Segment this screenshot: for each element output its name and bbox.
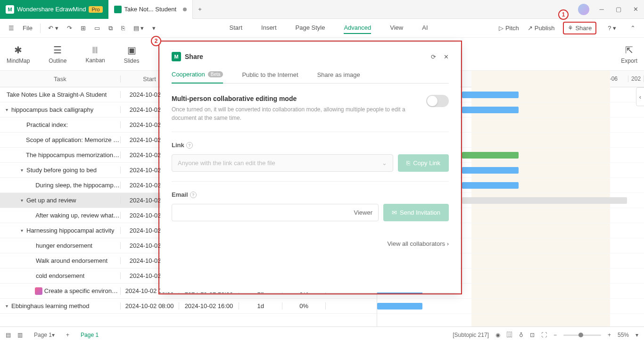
tool-1-icon[interactable]: ⊞ [78,23,89,33]
task-label: Practical index: [26,121,68,128]
page-tab-1[interactable]: Page 1 [76,330,103,340]
help-icon[interactable]: ? [190,192,197,198]
expand-chevron-icon[interactable]: ▾ [21,167,26,173]
tab-page-style[interactable]: Page Style [296,22,325,34]
export-icon: ⇱ [625,44,633,56]
zoom-in-button[interactable]: + [608,332,611,338]
close-modal-button[interactable]: ✕ [444,53,449,60]
new-tab-button[interactable]: + [193,0,207,19]
link-input[interactable]: Anyone with the link can edit the file ⌄ [172,154,393,172]
file-menu[interactable]: File [20,23,35,33]
close-button[interactable]: ✕ [627,2,644,17]
status-bar: ▤ ▥ Page 1 ▾ + Page 1 [Subtopic 217] ◉ ⿲… [0,326,644,343]
tool-4-icon[interactable]: ⎘ [118,23,128,33]
tab-advanced[interactable]: Advanced [344,22,371,34]
minimize-button[interactable]: ─ [593,2,610,17]
expand-chevron-icon[interactable]: ▾ [21,228,26,233]
gantt-bar[interactable] [462,182,519,189]
gantt-bar[interactable] [462,197,627,204]
task-label: The hippocampus memorization me... [26,151,120,159]
refresh-icon[interactable]: ⟳ [431,53,436,60]
subtopic-status: [Subtopic 217] [453,332,489,338]
share-button[interactable]: ⚘ Share [563,22,596,34]
zoom-dropdown[interactable]: ▾ [636,332,638,338]
sb-view-5-icon[interactable]: ⛶ [541,332,547,338]
collab-toggle[interactable] [426,95,449,107]
task-label: cold endorsement [36,272,84,279]
view-all-collaborators[interactable]: View all collaborators › [172,240,449,247]
tool-6-icon[interactable]: ▾ [149,23,158,33]
zoom-slider[interactable] [563,335,601,336]
collapse-gantt-button[interactable]: ‹ [636,87,644,106]
tab-cooperation[interactable]: Cooperation Beta [172,71,223,84]
task-end: 2024-10-02 16:00 [179,302,239,310]
gantt-bar[interactable] [462,107,519,113]
document-tab[interactable]: Take Not... Student [108,0,193,19]
gantt-bar[interactable] [377,303,422,310]
sb-view-4-icon[interactable]: ⊡ [530,332,535,338]
tool-2-icon[interactable]: ▭ [91,23,103,33]
tab-insert[interactable]: Insert [261,22,277,34]
sb-icon-2[interactable]: ▥ [17,332,23,338]
email-label: Email ? [172,191,449,198]
tool-3-icon[interactable]: ⧉ [106,23,116,34]
maximize-button[interactable]: ▢ [610,2,627,17]
redo-button[interactable]: ↷ [64,23,75,33]
export-button[interactable]: ⇱Export [621,44,637,64]
callout-1: 1 [558,9,569,20]
task-label: Ebbinghaus learning method [11,302,90,310]
gantt-bar[interactable] [462,92,519,98]
send-invitation-button[interactable]: ✉ Send Invitation [383,204,449,221]
tab-share-image[interactable]: Share as image [317,71,360,83]
gantt-bar[interactable] [462,152,519,159]
collapse-ribbon-icon[interactable]: ⌃ [627,23,638,33]
expand-chevron-icon[interactable]: ▾ [21,198,26,203]
task-label: hippocampus back calligraphy [11,106,93,113]
task-label: hunger endorsement [36,242,92,249]
tab-start[interactable]: Start [230,22,242,34]
zoom-out-button[interactable]: − [553,332,557,338]
slides-icon: ▣ [127,44,136,56]
outline-view-button[interactable]: ☰Outline [49,44,66,64]
task-duration: 1d [239,302,282,310]
outline-icon: ☰ [53,44,62,56]
gantt-date: 202 [628,75,644,82]
zoom-level: 55% [618,332,629,338]
email-input[interactable]: Viewer [172,204,379,221]
chevron-down-icon[interactable]: ⌄ [382,159,387,167]
mindmap-view-button[interactable]: ✱MindMap [7,44,30,64]
task-label: After waking up, review what yo... [35,212,120,219]
copy-link-button[interactable]: ⎘ Copy Link [398,154,449,172]
main-toolbar: ☰ File ↶ ▾ ↷ ⊞ ▭ ⧉ ⎘ ▤ ▾ ▾ Start Insert … [0,19,644,38]
expand-chevron-icon[interactable]: ▾ [6,107,11,112]
tab-view[interactable]: View [390,22,403,34]
slides-view-button[interactable]: ▣Slides [124,44,140,64]
pitch-button[interactable]: ▷ Pitch [499,25,519,32]
gantt-bar[interactable] [462,167,519,174]
undo-button[interactable]: ↶ ▾ [45,23,61,33]
task-progress: 0% [282,302,326,310]
add-page-button[interactable]: + [66,332,69,338]
sb-view-3-icon[interactable]: ♁ [519,332,523,338]
task-label: Take Notes Like a Straight-A Student [7,91,107,98]
sb-icon-1[interactable]: ▤ [6,332,11,338]
menu-icon[interactable]: ☰ [6,23,17,33]
app-tab: M Wondershare EdrawMind Pro [0,0,108,19]
kanban-view-button[interactable]: ⫼Kanban [85,44,105,64]
task-label: Create a specific environment to... [44,287,120,294]
tab-public[interactable]: Public to the Internet [242,71,298,83]
sb-view-2-icon[interactable]: ⿲ [507,332,512,338]
viewer-dropdown[interactable]: Viewer [354,209,372,216]
expand-chevron-icon[interactable]: ▾ [6,303,11,309]
task-label: Scope of application: Memorize all t... [26,136,120,143]
publish-button[interactable]: ↗ Publish [528,25,555,32]
page-nav[interactable]: Page 1 ▾ [29,330,59,340]
help-icon[interactable]: ? [186,142,193,149]
table-row[interactable]: ▾Ebbinghaus learning method2024-10-02 08… [0,299,377,314]
task-label: Walk around endorsement [36,257,107,264]
sb-view-1-icon[interactable]: ◉ [495,332,500,338]
tab-ai[interactable]: AI [422,22,428,34]
avatar[interactable] [578,4,589,15]
tool-5-icon[interactable]: ▤ ▾ [131,23,147,33]
help-icon[interactable]: ? ▾ [605,23,619,33]
